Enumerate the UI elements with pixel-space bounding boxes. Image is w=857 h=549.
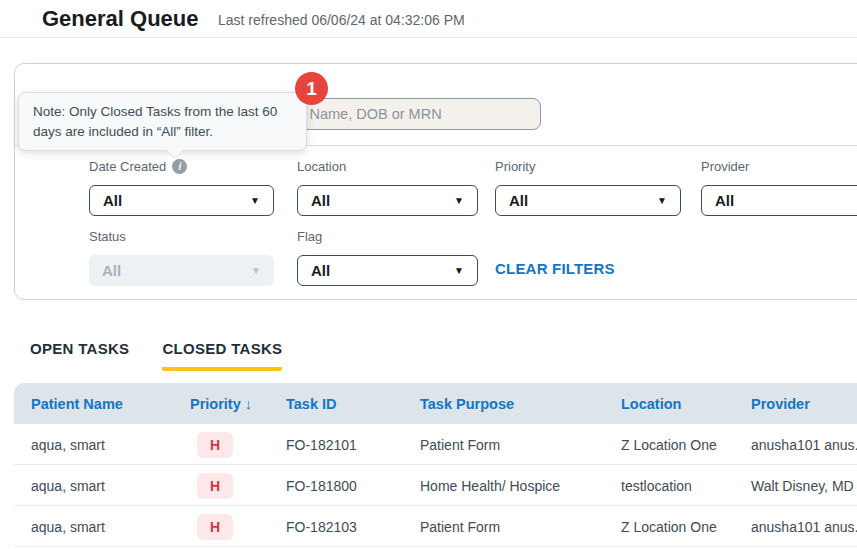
task-id-cell: FO-181800 <box>286 465 419 506</box>
priority-cell: H <box>190 424 285 465</box>
location-cell: Z Location One <box>621 506 750 547</box>
page-title: General Queue <box>42 6 199 32</box>
task-purpose-cell: Home Health/ Hospice <box>420 465 620 506</box>
table-row[interactable]: aqua, smart H FO-182101 Patient Form Z L… <box>14 424 857 465</box>
priority-label: Priority <box>495 158 681 174</box>
tab-open-tasks[interactable]: OPEN TASKS <box>30 340 129 371</box>
chevron-down-icon: ▼ <box>251 265 261 276</box>
priority-dropdown[interactable]: All ▼ <box>495 185 681 216</box>
priority-badge: H <box>197 514 233 540</box>
closed-tasks-note-tooltip: Note: Only Closed Tasks from the last 60… <box>18 92 307 151</box>
table-row[interactable]: aqua, smart H FO-181800 Home Health/ Hos… <box>14 465 857 506</box>
status-dropdown-disabled: All ▼ <box>89 255 274 286</box>
provider-cell: anusha101 anus... <box>751 506 857 547</box>
priority-badge: H <box>197 473 233 499</box>
filter-group-flag: Flag All ▼ <box>297 228 478 286</box>
flag-dropdown[interactable]: All ▼ <box>297 255 478 286</box>
provider-dropdown[interactable]: All ▼ <box>701 185 857 216</box>
location-cell: Z Location One <box>621 424 750 465</box>
filter-group-priority: Priority All ▼ <box>495 158 681 216</box>
provider-cell: Walt Disney, MD <box>751 465 857 506</box>
table-row[interactable]: aqua, smart H FO-182103 Patient Form Z L… <box>14 506 857 547</box>
priority-badge: H <box>197 432 233 458</box>
column-header-task-purpose[interactable]: Task Purpose <box>420 383 620 424</box>
location-label: Location <box>297 158 478 174</box>
tab-closed-tasks[interactable]: CLOSED TASKS <box>162 340 282 371</box>
sort-desc-icon: ↓ <box>245 396 252 412</box>
filter-group-date-created: Date Created i All ▼ <box>89 158 274 216</box>
dropdown-value: All <box>311 262 330 279</box>
location-cell: testlocation <box>621 465 750 506</box>
tasks-table: Patient Name Priority ↓ Task ID Task Pur… <box>14 383 857 547</box>
priority-cell: H <box>190 465 285 506</box>
filter-group-provider: Provider All ▼ <box>701 158 857 216</box>
chevron-down-icon: ▼ <box>454 265 464 276</box>
dropdown-value: All <box>509 192 528 209</box>
provider-cell: anusha101 anus... <box>751 424 857 465</box>
task-purpose-cell: Patient Form <box>420 424 620 465</box>
priority-cell: H <box>190 506 285 547</box>
column-header-patient-name[interactable]: Patient Name <box>31 383 189 424</box>
chevron-down-icon: ▼ <box>250 195 260 206</box>
chevron-down-icon: ▼ <box>454 195 464 206</box>
column-header-task-id[interactable]: Task ID <box>286 383 419 424</box>
filter-group-location: Location All ▼ <box>297 158 478 216</box>
dropdown-value: All <box>715 192 734 209</box>
location-dropdown[interactable]: All ▼ <box>297 185 478 216</box>
dropdown-value: All <box>103 192 122 209</box>
task-purpose-cell: Patient Form <box>420 506 620 547</box>
column-header-priority[interactable]: Priority ↓ <box>190 383 285 424</box>
column-header-location[interactable]: Location <box>621 383 750 424</box>
column-header-provider[interactable]: Provider <box>751 383 857 424</box>
clear-filters-button[interactable]: CLEAR FILTERS <box>495 260 615 277</box>
info-icon[interactable]: i <box>172 159 187 174</box>
notification-badge: 1 <box>295 72 328 105</box>
patient-name-cell: aqua, smart <box>31 424 189 465</box>
last-refreshed-text: Last refreshed 06/06/24 at 04:32:06 PM <box>218 12 465 28</box>
task-id-cell: FO-182101 <box>286 424 419 465</box>
dropdown-value: All <box>311 192 330 209</box>
task-tabs: OPEN TASKS CLOSED TASKS <box>30 340 282 371</box>
app-header: General Queue Last refreshed 06/06/24 at… <box>0 0 857 38</box>
date-created-dropdown[interactable]: All ▼ <box>89 185 274 216</box>
patient-name-cell: aqua, smart <box>31 465 189 506</box>
table-header: Patient Name Priority ↓ Task ID Task Pur… <box>14 383 857 424</box>
chevron-down-icon: ▼ <box>657 195 667 206</box>
provider-label: Provider <box>701 158 857 174</box>
flag-label: Flag <box>297 228 478 244</box>
task-id-cell: FO-182103 <box>286 506 419 547</box>
patient-name-cell: aqua, smart <box>31 506 189 547</box>
dropdown-value: All <box>102 262 121 279</box>
date-created-label: Date Created i <box>89 158 274 174</box>
filter-group-status: Status All ▼ <box>89 228 274 286</box>
status-label: Status <box>89 228 274 244</box>
